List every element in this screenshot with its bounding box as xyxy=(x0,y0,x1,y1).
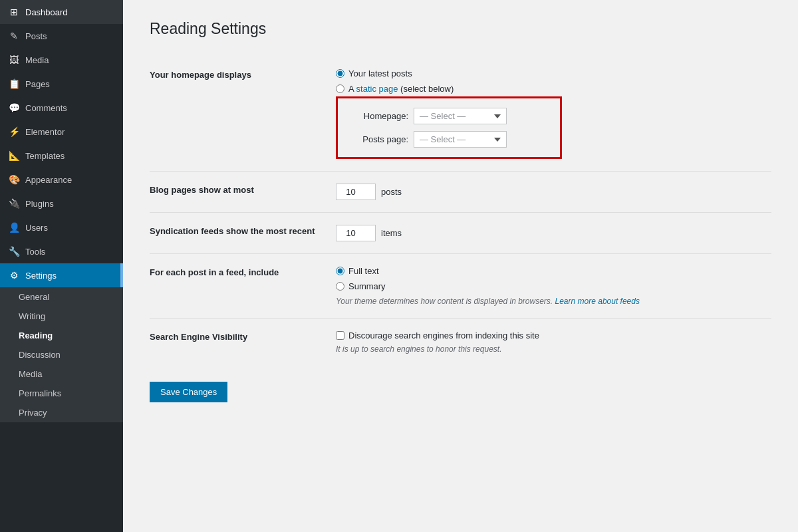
homepage-displays-label: Your homepage displays xyxy=(150,68,336,80)
search-engine-checkbox[interactable] xyxy=(336,331,344,340)
feed-include-label: For each post in a feed, include xyxy=(150,266,336,277)
search-engine-row: Search Engine Visibility Discourage sear… xyxy=(150,318,771,366)
submenu-item-general[interactable]: General xyxy=(0,287,123,307)
sidebar-item-posts[interactable]: ✎ Posts xyxy=(0,24,123,48)
sidebar-item-templates[interactable]: 📐 Templates xyxy=(0,144,123,168)
tools-icon: 🔧 xyxy=(8,246,20,257)
sidebar-item-media[interactable]: 🖼 Media xyxy=(0,48,123,72)
users-icon: 👤 xyxy=(8,222,20,233)
sidebar-item-pages[interactable]: 📋 Pages xyxy=(0,72,123,96)
sidebar-item-users[interactable]: 👤 Users xyxy=(0,215,123,239)
comments-icon: 💬 xyxy=(8,102,20,113)
sidebar-item-label: Tools xyxy=(25,247,45,257)
sidebar-item-label: Elementor xyxy=(25,127,65,137)
media-icon: 🖼 xyxy=(8,55,20,65)
elementor-icon: ⚡ xyxy=(8,126,20,137)
sidebar-item-label: Users xyxy=(25,223,48,233)
page-title: Reading Settings xyxy=(150,20,771,38)
plugins-icon: 🔌 xyxy=(8,198,20,209)
sidebar-item-settings[interactable]: ⚙ Settings xyxy=(0,263,123,287)
latest-posts-label[interactable]: Your latest posts xyxy=(348,68,412,78)
search-engine-checkbox-label[interactable]: Discourage search engines from indexing … xyxy=(348,331,539,340)
search-engine-hint: It is up to search engines to honor this… xyxy=(336,344,771,354)
feed-hint: Your theme determines how content is dis… xyxy=(336,297,771,306)
sidebar-item-appearance[interactable]: 🎨 Appearance xyxy=(0,168,123,192)
sidebar-item-plugins[interactable]: 🔌 Plugins xyxy=(0,192,123,215)
latest-posts-radio[interactable] xyxy=(336,69,344,78)
syndication-label: Syndication feeds show the most recent xyxy=(150,225,336,236)
homepage-select-label: Homepage: xyxy=(348,111,408,121)
search-engine-control: Discourage search engines from indexing … xyxy=(336,331,771,354)
homepage-displays-row: Your homepage displays Your latest posts… xyxy=(150,57,771,171)
summary-option: Summary xyxy=(336,281,771,291)
syndication-number-row: 10 items xyxy=(336,225,771,241)
feed-include-row: For each post in a feed, include Full te… xyxy=(150,253,771,318)
syndication-input[interactable]: 10 xyxy=(336,225,376,241)
static-page-radio[interactable] xyxy=(336,84,344,93)
search-engine-checkbox-row: Discourage search engines from indexing … xyxy=(336,331,771,340)
sidebar-item-label: Dashboard xyxy=(25,7,68,17)
submenu-item-privacy[interactable]: Privacy xyxy=(0,403,123,422)
blog-pages-unit: posts xyxy=(381,187,402,197)
blog-pages-number-row: 10 posts xyxy=(336,184,771,200)
learn-more-feeds-link[interactable]: Learn more about feeds xyxy=(555,297,640,306)
submenu-item-writing[interactable]: Writing xyxy=(0,307,123,326)
syndication-row: Syndication feeds show the most recent 1… xyxy=(150,212,771,253)
homepage-select[interactable]: — Select — xyxy=(414,108,507,124)
sidebar-item-label: Posts xyxy=(25,31,47,41)
posts-page-select-label: Posts page: xyxy=(348,134,408,144)
full-text-radio[interactable] xyxy=(336,267,344,275)
sidebar-item-label: Comments xyxy=(25,103,67,113)
static-page-label: A static page (select below) xyxy=(348,84,454,94)
blog-pages-label: Blog pages show at most xyxy=(150,184,336,195)
dashboard-icon: ⊞ xyxy=(8,7,20,17)
sidebar-item-label: Media xyxy=(25,55,49,65)
posts-icon: ✎ xyxy=(8,31,20,41)
submenu-item-media[interactable]: Media xyxy=(0,364,123,384)
submenu-item-discussion[interactable]: Discussion xyxy=(0,345,123,364)
sidebar-item-label: Pages xyxy=(25,79,50,89)
blog-pages-input[interactable]: 10 xyxy=(336,184,376,200)
main-content: Reading Settings Your homepage displays … xyxy=(123,0,798,532)
homepage-displays-control: Your latest posts A static page (select … xyxy=(336,68,771,159)
static-page-box: Homepage: — Select — Posts page: — Selec… xyxy=(336,96,562,159)
full-text-option: Full text xyxy=(336,266,771,276)
posts-page-select-row: Posts page: — Select — xyxy=(348,131,549,148)
posts-page-select[interactable]: — Select — xyxy=(414,131,507,148)
submenu-item-permalinks[interactable]: Permalinks xyxy=(0,384,123,403)
templates-icon: 📐 xyxy=(8,150,20,161)
submenu-item-reading[interactable]: Reading xyxy=(0,326,123,345)
sidebar-item-dashboard[interactable]: ⊞ Dashboard xyxy=(0,0,123,24)
settings-icon: ⚙ xyxy=(8,270,20,281)
blog-pages-row: Blog pages show at most 10 posts xyxy=(150,171,771,212)
summary-radio[interactable] xyxy=(336,282,344,291)
full-text-label[interactable]: Full text xyxy=(348,266,379,276)
sidebar-item-comments[interactable]: 💬 Comments xyxy=(0,96,123,120)
sidebar-item-label: Appearance xyxy=(25,175,72,185)
feed-include-control: Full text Summary Your theme determines … xyxy=(336,266,771,306)
pages-icon: 📋 xyxy=(8,78,20,89)
sidebar-item-tools[interactable]: 🔧 Tools xyxy=(0,239,123,263)
appearance-icon: 🎨 xyxy=(8,174,20,185)
syndication-control: 10 items xyxy=(336,225,771,241)
homepage-select-row: Homepage: — Select — xyxy=(348,108,549,124)
summary-label[interactable]: Summary xyxy=(348,281,386,291)
save-changes-button[interactable]: Save Changes xyxy=(150,382,227,402)
sidebar-item-elementor[interactable]: ⚡ Elementor xyxy=(0,120,123,144)
sidebar: ⊞ Dashboard ✎ Posts 🖼 Media 📋 Pages 💬 Co… xyxy=(0,0,123,532)
sidebar-item-label: Plugins xyxy=(25,199,54,209)
sidebar-item-label: Templates xyxy=(25,151,65,161)
latest-posts-option: Your latest posts xyxy=(336,68,771,78)
settings-table: Your homepage displays Your latest posts… xyxy=(150,57,771,366)
static-page-link[interactable]: static page xyxy=(356,84,398,94)
settings-submenu: General Writing Reading Discussion Media… xyxy=(0,287,123,422)
sidebar-item-label: Settings xyxy=(25,271,57,281)
syndication-unit: items xyxy=(381,228,402,238)
blog-pages-control: 10 posts xyxy=(336,184,771,200)
search-engine-label: Search Engine Visibility xyxy=(150,331,336,342)
static-page-option: A static page (select below) xyxy=(336,84,771,94)
